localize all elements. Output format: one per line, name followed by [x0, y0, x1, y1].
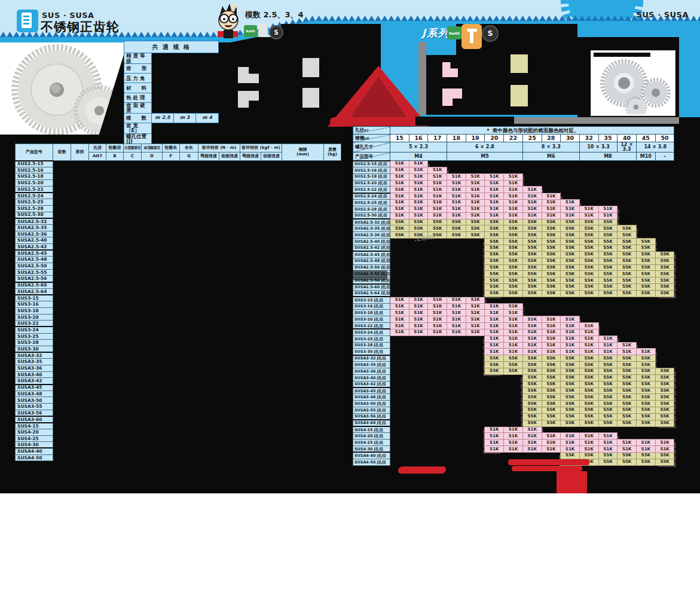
bore-availability-cell: S1K — [504, 323, 523, 329]
empty-cell — [447, 342, 466, 349]
redacted-cells — [53, 385, 341, 391]
bore-availability-cell: S5K — [522, 225, 542, 232]
bore-availability-cell: S5K — [618, 271, 637, 277]
row-label: SUS4-25 J孔径 — [353, 440, 390, 446]
empty-cell — [428, 388, 447, 394]
empty-cell — [447, 381, 466, 388]
bore-availability-cell: S5K — [522, 290, 542, 297]
empty-cell — [447, 239, 466, 245]
bore-availability-cell: S1K — [428, 173, 447, 180]
empty-cell — [390, 374, 409, 381]
pin-badge — [461, 24, 482, 49]
row-label: SUSA2.5-32 J孔径 — [353, 219, 390, 225]
empty-cell — [561, 297, 580, 303]
bore-availability-cell: S1K — [409, 167, 428, 173]
bore-availability-cell: S5K — [598, 394, 618, 401]
empty-cell — [618, 206, 637, 212]
bore-availability-cell: S1K — [504, 193, 523, 200]
bore-header: 32 — [579, 135, 598, 142]
bore-availability-cell: S5K — [561, 225, 580, 232]
empty-cell — [409, 440, 428, 446]
empty-cell — [618, 310, 637, 316]
row-label: SUSA3-60 J孔径 — [353, 420, 390, 426]
rohs-badge: RoHS — [447, 26, 461, 39]
empty-cell — [447, 290, 466, 297]
bore-header: 19 — [466, 135, 485, 142]
bore-availability-cell: S1K — [466, 303, 485, 310]
empty-cell — [447, 277, 466, 284]
empty-cell — [390, 284, 409, 291]
bore-availability-cell: S5K — [542, 232, 561, 239]
product-model-cell: SUSA2.5-48 — [16, 257, 53, 263]
bore-availability-cell: S1K — [504, 316, 523, 323]
bore-availability-cell: S5K — [598, 355, 618, 362]
empty-cell — [655, 187, 674, 193]
empty-cell — [428, 440, 447, 446]
bore-availability-cell: S1K — [485, 440, 504, 446]
bore-availability-cell: S5K — [561, 452, 580, 459]
product-model-cell: SUSA3-35 — [16, 359, 53, 365]
empty-cell — [409, 355, 428, 362]
bore-availability-cell: S5K — [579, 394, 598, 401]
empty-cell — [409, 368, 428, 375]
empty-cell — [428, 368, 447, 375]
empty-cell — [447, 446, 466, 453]
redacted-cells — [53, 282, 341, 289]
product-model-cell: SUSA2.5-40 — [16, 237, 53, 244]
product-model-cell: SUS4-30 — [16, 442, 53, 448]
row-label: SUS2.5-30 J孔径 — [353, 212, 390, 219]
bore-availability-cell: S1K — [598, 335, 618, 342]
bore-availability-cell: S5K — [636, 239, 655, 245]
bore-availability-cell: S5K — [598, 239, 618, 245]
row-label: SUSA2.5-64 J孔径 — [353, 290, 390, 297]
redacted-cells — [53, 416, 341, 423]
spec-label: 齿 宽（E） — [124, 123, 152, 133]
row-label: SUSA3-42 J孔径 — [353, 381, 390, 388]
bore-availability-cell: S5K — [579, 374, 598, 381]
redacted-cells — [53, 321, 341, 327]
redacted-cells — [53, 359, 341, 365]
product-model-cell: SUSA3-55 — [16, 404, 53, 410]
bore-availability-cell: S1K — [561, 342, 580, 349]
bore-availability-cell: S1K — [598, 433, 618, 440]
product-model-cell: SUSA3-45 — [16, 385, 53, 391]
bore-availability-cell: S1K — [485, 173, 504, 180]
bore-availability-cell: S5K — [598, 381, 618, 388]
redacted-cells — [53, 429, 341, 435]
empty-cell — [409, 245, 428, 251]
empty-cell — [390, 440, 409, 446]
bore-availability-cell: S5K — [409, 219, 428, 225]
bore-availability-cell: S5K — [579, 362, 598, 368]
empty-cell — [542, 187, 561, 193]
red-mark — [508, 459, 589, 465]
col-bend: 弯曲强度 — [240, 152, 261, 161]
bore-availability-cell: S1K — [504, 349, 523, 355]
empty-cell — [636, 187, 655, 193]
bore-availability-cell: S1K — [428, 206, 447, 212]
bore-availability-cell: S5K — [522, 258, 542, 264]
empty-cell — [447, 355, 466, 362]
row-label: SUSA2.5-35 J孔径 — [353, 225, 390, 232]
bore-availability-cell: S5K — [485, 284, 504, 291]
redacted-cells — [53, 378, 341, 385]
bore-availability-cell: S5K — [618, 381, 637, 388]
empty-cell — [655, 310, 674, 316]
bore-availability-cell: S5K — [655, 420, 674, 426]
empty-cell — [447, 245, 466, 251]
bore-availability-cell: S5K — [579, 420, 598, 426]
empty-cell — [466, 335, 485, 342]
bore-availability-cell: S1K — [542, 446, 561, 453]
bore-availability-cell: S5K — [579, 277, 598, 284]
empty-cell — [522, 303, 542, 310]
bore-availability-cell: S1K — [428, 316, 447, 323]
bore-availability-cell: S5K — [618, 394, 637, 401]
bore-availability-cell: S5K — [485, 245, 504, 251]
empty-cell — [447, 284, 466, 291]
bore-availability-cell: S5K — [618, 290, 637, 297]
empty-cell — [409, 264, 428, 271]
empty-cell — [466, 355, 485, 362]
empty-cell — [618, 329, 637, 335]
bore-availability-cell: S5K — [504, 219, 523, 225]
bore-availability-cell: S5K — [598, 225, 618, 232]
empty-cell — [428, 374, 447, 381]
